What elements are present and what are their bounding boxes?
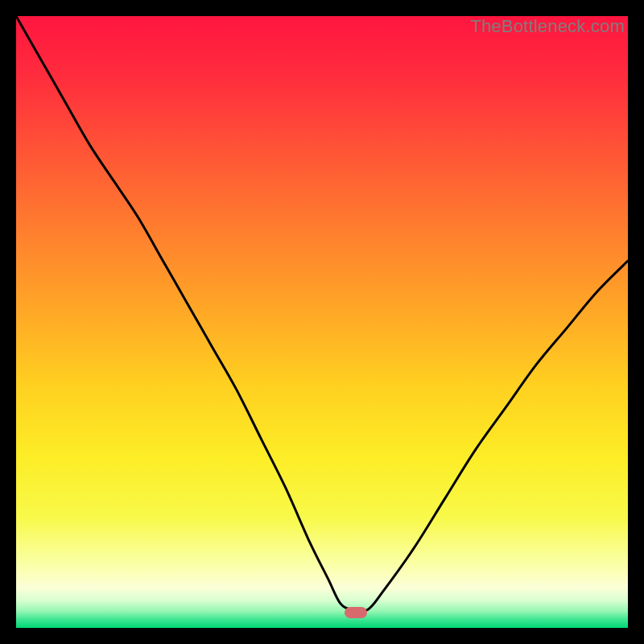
bottleneck-chart xyxy=(16,16,628,628)
gradient-background xyxy=(16,16,628,628)
chart-frame: TheBottleneck.com xyxy=(16,16,628,628)
min-point-swatch xyxy=(345,607,367,618)
watermark-text: TheBottleneck.com xyxy=(470,16,625,37)
